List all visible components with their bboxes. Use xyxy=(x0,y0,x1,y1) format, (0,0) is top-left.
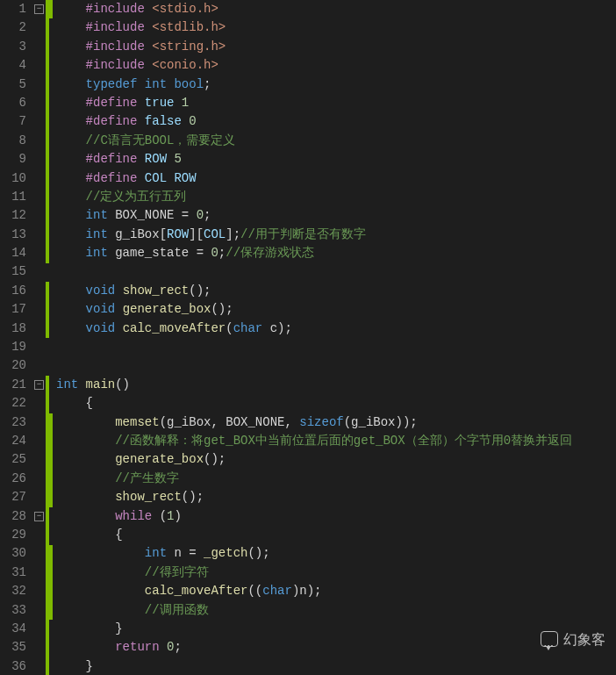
line-number: 18 xyxy=(4,320,26,338)
line-number: 27 xyxy=(4,488,26,506)
modification-column-inner xyxy=(49,0,53,675)
line-number: 22 xyxy=(4,394,26,413)
line-number: 33 xyxy=(4,601,26,620)
modified-indicator xyxy=(49,0,53,18)
line-number: 11 xyxy=(4,188,26,206)
line-number: 1 xyxy=(4,0,26,18)
line-number: 36 xyxy=(4,657,26,675)
code-line[interactable]: calc_moveAfter((char)n); xyxy=(56,582,616,600)
code-line[interactable]: #include <stdlib.h> xyxy=(56,18,616,37)
fold-toggle[interactable]: − xyxy=(34,4,44,14)
line-number: 14 xyxy=(4,244,26,262)
line-number: 21 xyxy=(4,376,26,394)
code-editor[interactable]: 1234567891011121314151617181920212223242… xyxy=(0,0,616,675)
code-area[interactable]: #include <stdio.h> #include <stdlib.h> #… xyxy=(53,0,616,675)
code-line[interactable]: #include <stdio.h> xyxy=(56,0,616,18)
line-number: 26 xyxy=(4,470,26,488)
code-line[interactable]: int main() xyxy=(56,376,616,394)
line-number: 3 xyxy=(4,38,26,56)
code-line[interactable]: void show_rect(); xyxy=(56,282,616,300)
code-line[interactable]: int n = _getch(); xyxy=(56,544,616,563)
line-number: 9 xyxy=(4,150,26,169)
line-number: 31 xyxy=(4,564,26,582)
code-line[interactable]: { xyxy=(56,394,616,413)
line-number: 34 xyxy=(4,620,26,638)
line-number: 30 xyxy=(4,544,26,563)
fold-toggle[interactable]: − xyxy=(34,380,44,390)
line-number: 7 xyxy=(4,112,26,131)
code-line[interactable]: int g_iBox[ROW][COL];//用于判断是否有数字 xyxy=(56,226,616,244)
line-number: 4 xyxy=(4,56,26,75)
line-number: 35 xyxy=(4,638,26,657)
line-number: 20 xyxy=(4,356,26,375)
fold-toggle[interactable]: − xyxy=(34,512,44,521)
code-line[interactable]: } xyxy=(56,620,616,638)
line-number: 2 xyxy=(4,18,26,37)
line-number: 25 xyxy=(4,450,26,469)
code-line[interactable] xyxy=(56,338,616,356)
line-number: 15 xyxy=(4,262,26,281)
code-line[interactable]: //调用函数 xyxy=(56,601,616,620)
line-number: 23 xyxy=(4,413,26,432)
watermark: ••• 幻象客 xyxy=(541,630,605,649)
line-number: 17 xyxy=(4,300,26,319)
line-number: 28 xyxy=(4,507,26,526)
code-line[interactable]: while (1) xyxy=(56,507,616,526)
code-line[interactable]: #define false 0 xyxy=(56,112,616,131)
code-line[interactable]: return 0; xyxy=(56,638,616,657)
code-line[interactable]: memset(g_iBox, BOX_NONE, sizeof(g_iBox))… xyxy=(56,413,616,432)
watermark-text: 幻象客 xyxy=(563,630,605,649)
line-number-gutter: 1234567891011121314151617181920212223242… xyxy=(0,0,33,675)
code-line[interactable]: #define true 1 xyxy=(56,94,616,112)
line-number: 12 xyxy=(4,206,26,225)
code-line[interactable]: #define COL ROW xyxy=(56,169,616,188)
fold-column[interactable]: −−− xyxy=(33,0,46,675)
code-line[interactable]: #define ROW 5 xyxy=(56,150,616,169)
code-line[interactable]: #include <string.h> xyxy=(56,38,616,56)
code-line[interactable]: { xyxy=(56,526,616,544)
code-line[interactable]: //定义为五行五列 xyxy=(56,188,616,206)
code-line[interactable]: //C语言无BOOL，需要定义 xyxy=(56,132,616,150)
line-number: 19 xyxy=(4,338,26,356)
line-number: 29 xyxy=(4,526,26,544)
line-number: 6 xyxy=(4,94,26,112)
line-number: 32 xyxy=(4,582,26,600)
code-line[interactable]: } xyxy=(56,657,616,675)
code-line[interactable]: typedef int bool; xyxy=(56,75,616,94)
code-line[interactable]: #include <conio.h> xyxy=(56,56,616,75)
line-number: 5 xyxy=(4,75,26,94)
line-number: 10 xyxy=(4,169,26,188)
code-line[interactable]: show_rect(); xyxy=(56,488,616,506)
code-line[interactable]: //函数解释：将get_BOX中当前位置后面的get_BOX（全部）个字节用0替… xyxy=(56,432,616,450)
code-line[interactable]: int BOX_NONE = 0; xyxy=(56,206,616,225)
line-number: 8 xyxy=(4,132,26,150)
modified-indicator xyxy=(49,545,53,621)
code-line[interactable] xyxy=(56,356,616,375)
code-line[interactable]: generate_box(); xyxy=(56,450,616,469)
code-line[interactable]: //得到字符 xyxy=(56,564,616,582)
code-line[interactable]: void calc_moveAfter(char c); xyxy=(56,320,616,338)
code-line[interactable]: int game_state = 0;//保存游戏状态 xyxy=(56,244,616,262)
line-number: 24 xyxy=(4,432,26,450)
modified-indicator xyxy=(49,413,53,507)
code-line[interactable]: void generate_box(); xyxy=(56,300,616,319)
wechat-icon: ••• xyxy=(541,631,558,647)
code-line[interactable] xyxy=(56,262,616,281)
code-line[interactable]: //产生数字 xyxy=(56,470,616,488)
line-number: 13 xyxy=(4,226,26,244)
line-number: 16 xyxy=(4,282,26,300)
